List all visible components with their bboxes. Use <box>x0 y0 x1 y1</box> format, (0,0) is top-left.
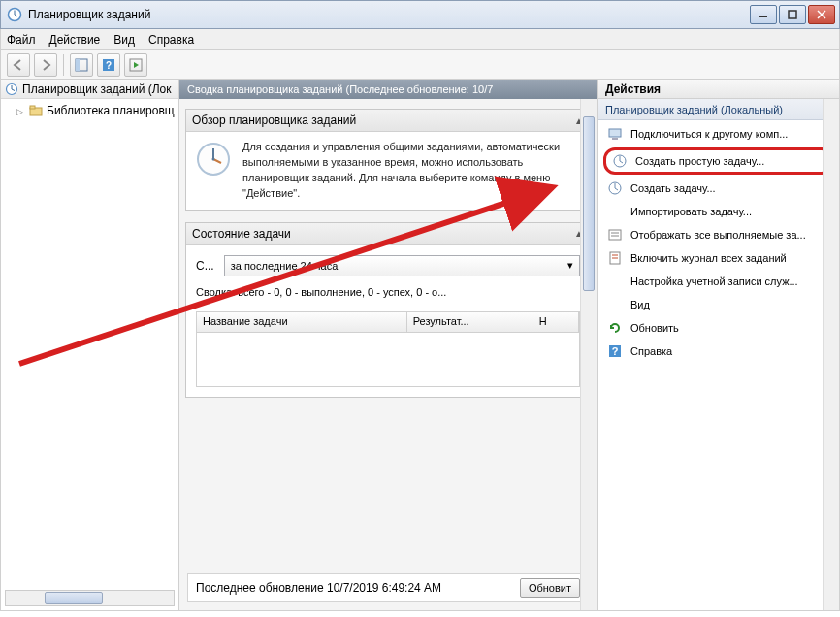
actions-header: Действия <box>598 80 839 99</box>
refresh-button[interactable]: Обновит <box>520 578 580 598</box>
svg-text:?: ? <box>106 60 112 71</box>
action-show-running[interactable]: Отображать все выполняемые за... <box>598 223 839 246</box>
period-dropdown[interactable]: за последние 24 часа ▾ <box>224 255 580 276</box>
center-header: Сводка планировщика заданий (Последнее о… <box>179 80 597 99</box>
overview-text: Для создания и управления общими задания… <box>242 140 582 202</box>
close-button[interactable] <box>808 5 835 24</box>
footer-row: Последнее обновление 10/7/2019 6:49:24 A… <box>187 573 589 602</box>
refresh-icon <box>607 320 623 336</box>
help-toolbar-button[interactable]: ? <box>97 53 120 77</box>
help-icon: ? <box>607 343 623 359</box>
tree-pane: Планировщик заданий (Лок ▷ Библиотека пл… <box>1 80 179 610</box>
wizard-icon <box>612 153 628 169</box>
task-icon <box>607 180 623 196</box>
blank-icon <box>607 204 623 219</box>
forward-button[interactable] <box>34 53 57 77</box>
back-button[interactable] <box>7 53 30 77</box>
tree-root-row[interactable]: Планировщик заданий (Лок <box>1 80 178 99</box>
blank-icon <box>607 297 623 312</box>
action-refresh[interactable]: Обновить <box>598 316 839 340</box>
svg-rect-21 <box>609 129 621 137</box>
toolbar-separator <box>63 54 64 76</box>
tree-library-item[interactable]: ▷ Библиотека планировщ <box>5 103 178 118</box>
overview-panel: Обзор планировщика заданий ▲ Для создани… <box>185 109 591 211</box>
svg-text:?: ? <box>612 345 619 357</box>
svg-rect-16 <box>30 106 35 109</box>
period-value: за последние 24 часа <box>231 260 339 272</box>
maximize-button[interactable] <box>779 5 806 24</box>
menu-file[interactable]: Файл <box>7 33 36 47</box>
svg-rect-22 <box>612 138 618 140</box>
overview-title: Обзор планировщика заданий <box>192 114 356 127</box>
menu-action[interactable]: Действие <box>49 33 101 47</box>
actions-group-header[interactable]: Планировщик заданий (Локальный) ▴ <box>598 99 839 120</box>
tree-root-label: Планировщик заданий (Лок <box>22 82 172 96</box>
titlebar[interactable]: Планировщик заданий <box>0 0 840 29</box>
list-icon <box>607 227 623 243</box>
task-scheduler-window: Планировщик заданий Файл Действие Вид Сп… <box>0 0 840 617</box>
last-update-text: Последнее обновление 10/7/2019 6:49:24 A… <box>196 581 441 595</box>
chevron-down-icon: ▾ <box>567 259 573 272</box>
menu-help[interactable]: Справка <box>148 33 194 47</box>
clock-icon <box>194 140 233 179</box>
action-create-task[interactable]: Создать задачу... <box>598 177 839 200</box>
action-create-basic-task[interactable]: Создать простую задачу... <box>603 147 833 175</box>
action-account-config[interactable]: Настройка учетной записи служ... <box>598 270 839 293</box>
computer-icon <box>607 126 623 142</box>
svg-point-20 <box>212 158 215 161</box>
blank-icon <box>607 274 623 289</box>
center-pane: Сводка планировщика заданий (Последнее о… <box>179 80 597 610</box>
col-result[interactable]: Результат... <box>407 312 533 332</box>
run-button[interactable] <box>124 53 147 77</box>
status-label: С... <box>196 259 214 273</box>
minimize-button[interactable] <box>750 5 777 24</box>
show-hide-tree-button[interactable] <box>70 53 93 77</box>
menu-view[interactable]: Вид <box>113 33 135 47</box>
actions-group-label: Планировщик заданий (Локальный) <box>605 104 783 115</box>
window-controls <box>750 5 835 24</box>
action-import-task[interactable]: Импортировать задачу... <box>598 200 839 223</box>
menubar: Файл Действие Вид Справка <box>0 29 840 50</box>
task-table-header: Название задачи Результат... Н <box>196 311 580 333</box>
action-view-submenu[interactable]: Вид ▸ <box>598 293 839 316</box>
overview-panel-header[interactable]: Обзор планировщика заданий ▲ <box>186 110 590 132</box>
summary-line: Сводка: всего - 0, 0 - выполнение, 0 - у… <box>196 286 580 298</box>
app-icon <box>7 7 22 22</box>
toolbar: ? <box>0 50 840 80</box>
expander-icon[interactable]: ▷ <box>16 107 25 115</box>
col-task-name[interactable]: Название задачи <box>197 312 407 332</box>
status-title: Состояние задачи <box>192 227 291 241</box>
body-area: Планировщик заданий (Лок ▷ Библиотека пл… <box>0 80 840 611</box>
status-panel-header[interactable]: Состояние задачи ▲ <box>186 223 590 245</box>
actions-vertical-scrollbar[interactable] <box>823 99 839 610</box>
tree-library-label: Библиотека планировщ <box>47 104 175 117</box>
actions-pane: Действия Планировщик заданий (Локальный)… <box>597 80 839 610</box>
tree-horizontal-scrollbar[interactable] <box>5 590 175 606</box>
action-help[interactable]: ? Справка <box>598 340 839 363</box>
svg-rect-4 <box>789 11 796 18</box>
center-vertical-scrollbar[interactable] <box>580 99 597 610</box>
task-table-body <box>196 333 580 387</box>
svg-rect-8 <box>76 59 80 71</box>
action-connect[interactable]: Подключиться к другому комп... <box>598 122 839 146</box>
status-panel: Состояние задачи ▲ С... за последние 24 … <box>185 222 591 398</box>
col-h[interactable]: Н <box>533 312 579 332</box>
window-title: Планировщик заданий <box>28 8 150 21</box>
svg-rect-25 <box>609 230 621 240</box>
action-enable-log[interactable]: Включить журнал всех заданий <box>598 246 839 270</box>
log-icon <box>607 250 623 266</box>
